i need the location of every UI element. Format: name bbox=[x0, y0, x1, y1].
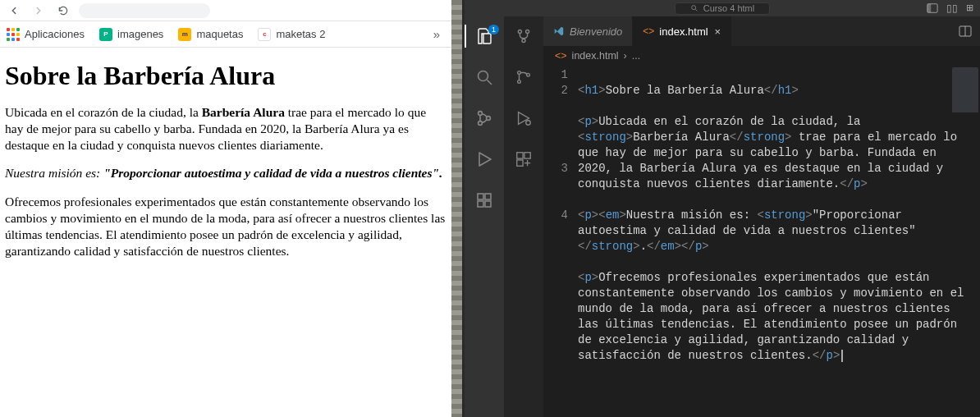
paragraph-2: Nuestra misión es: "Proporcionar autoest… bbox=[5, 165, 446, 181]
bookmark-apps[interactable]: Aplicaciones bbox=[7, 28, 85, 41]
svg-point-5 bbox=[479, 121, 483, 126]
split-editor-icon[interactable] bbox=[959, 25, 972, 38]
svg-point-12 bbox=[526, 30, 529, 33]
paragraph-3: Ofrecemos profesionales experimentados q… bbox=[5, 194, 446, 259]
page-title: Sobre la Barbería Alura bbox=[5, 61, 446, 91]
svg-rect-8 bbox=[485, 194, 491, 199]
bookmarks-overflow[interactable]: » bbox=[433, 27, 445, 41]
code-content[interactable]: <h1>Sobre la Barbería Alura</h1> <p>Ubic… bbox=[578, 66, 980, 417]
editor-tabs: Bienvenido <> index.html × bbox=[543, 16, 980, 46]
svg-point-11 bbox=[518, 30, 521, 33]
svg-rect-9 bbox=[478, 201, 483, 207]
paragraph-1: Ubicada en el corazón de la ciudad, la B… bbox=[5, 104, 446, 153]
svg-rect-10 bbox=[485, 201, 491, 207]
bookmark-imagenes[interactable]: P imagenes bbox=[99, 28, 163, 41]
svg-point-6 bbox=[487, 117, 491, 121]
aux-run-icon[interactable] bbox=[504, 105, 543, 131]
tab-close-button[interactable]: × bbox=[713, 25, 721, 38]
vscode-pane: Curso 4 html ▯▯ ⊞ 1 bbox=[465, 0, 980, 417]
aux-branches-icon[interactable] bbox=[504, 64, 543, 90]
html-file-icon: <> bbox=[643, 25, 654, 37]
command-center[interactable]: Curso 4 html bbox=[675, 2, 770, 15]
pinterest-icon: P bbox=[99, 28, 112, 41]
bookmark-label: maketas 2 bbox=[276, 28, 325, 40]
rendered-page: Sobre la Barbería Alura Ubicada en el co… bbox=[0, 48, 451, 417]
line-gutter: 1 2 3 4 bbox=[543, 66, 578, 417]
layout-grid-icon[interactable]: ⊞ bbox=[966, 2, 973, 14]
activity-run-debug[interactable] bbox=[465, 146, 504, 172]
svg-point-3 bbox=[479, 71, 488, 81]
activity-source-control[interactable] bbox=[465, 105, 504, 131]
search-icon bbox=[690, 4, 698, 12]
folder-icon: m bbox=[178, 28, 191, 41]
vscode-icon bbox=[553, 25, 565, 37]
svg-point-13 bbox=[522, 39, 525, 42]
activity-bar: 1 bbox=[465, 16, 504, 417]
svg-rect-2 bbox=[927, 4, 931, 13]
activity-explorer[interactable]: 1 bbox=[465, 23, 504, 49]
explorer-badge: 1 bbox=[488, 25, 499, 34]
svg-rect-18 bbox=[517, 153, 523, 158]
svg-point-15 bbox=[518, 80, 521, 84]
minimap[interactable] bbox=[952, 67, 978, 117]
svg-point-14 bbox=[518, 71, 521, 75]
bookmark-label: imagenes bbox=[117, 28, 163, 40]
tab-welcome[interactable]: Bienvenido bbox=[543, 16, 633, 46]
activity-extensions[interactable] bbox=[465, 187, 504, 213]
apps-icon bbox=[7, 28, 20, 41]
titlebar-layout-controls: ▯▯ ⊞ bbox=[927, 2, 973, 14]
browser-toolbar bbox=[0, 0, 451, 21]
back-button[interactable] bbox=[5, 2, 23, 20]
svg-rect-20 bbox=[517, 160, 523, 166]
layout-panel-icon[interactable] bbox=[927, 2, 938, 14]
text-cursor bbox=[841, 350, 843, 362]
vscode-titlebar: Curso 4 html ▯▯ ⊞ bbox=[465, 0, 980, 16]
layout-split-icon[interactable]: ▯▯ bbox=[946, 2, 958, 14]
reload-button[interactable] bbox=[54, 2, 72, 20]
svg-point-17 bbox=[526, 121, 531, 126]
forward-button[interactable] bbox=[30, 2, 48, 20]
aux-apps-icon[interactable] bbox=[504, 146, 543, 172]
vscode-body: 1 bbox=[465, 16, 980, 417]
svg-rect-19 bbox=[524, 153, 530, 158]
window-divider[interactable] bbox=[451, 0, 465, 417]
tab-index-html[interactable]: <> index.html × bbox=[633, 16, 731, 46]
svg-rect-7 bbox=[478, 194, 483, 199]
activity-search[interactable] bbox=[465, 64, 504, 90]
bookmarks-bar: Aplicaciones P imagenes m maquetas c mak… bbox=[0, 21, 451, 48]
html-file-icon: <> bbox=[555, 50, 567, 62]
bookmark-maketas2[interactable]: c maketas 2 bbox=[258, 28, 325, 41]
editor-area: Bienvenido <> index.html × <> index.html… bbox=[543, 16, 980, 417]
aux-scm-icon[interactable] bbox=[504, 23, 543, 49]
svg-point-4 bbox=[479, 112, 483, 116]
svg-point-0 bbox=[691, 6, 695, 10]
bookmark-maquetas[interactable]: m maquetas bbox=[178, 28, 243, 41]
code-editor[interactable]: 1 2 3 4 <h1>Sobre la Barbería Alura</h1>… bbox=[543, 66, 980, 417]
browser-pane: Aplicaciones P imagenes m maquetas c mak… bbox=[0, 0, 451, 417]
breadcrumbs[interactable]: <> index.html › ... bbox=[543, 46, 980, 66]
bookmark-label: maquetas bbox=[196, 28, 243, 40]
bookmark-label: Aplicaciones bbox=[25, 28, 85, 40]
canva-icon: c bbox=[258, 28, 271, 41]
secondary-sidebar bbox=[504, 16, 543, 417]
address-bar[interactable] bbox=[79, 3, 210, 18]
